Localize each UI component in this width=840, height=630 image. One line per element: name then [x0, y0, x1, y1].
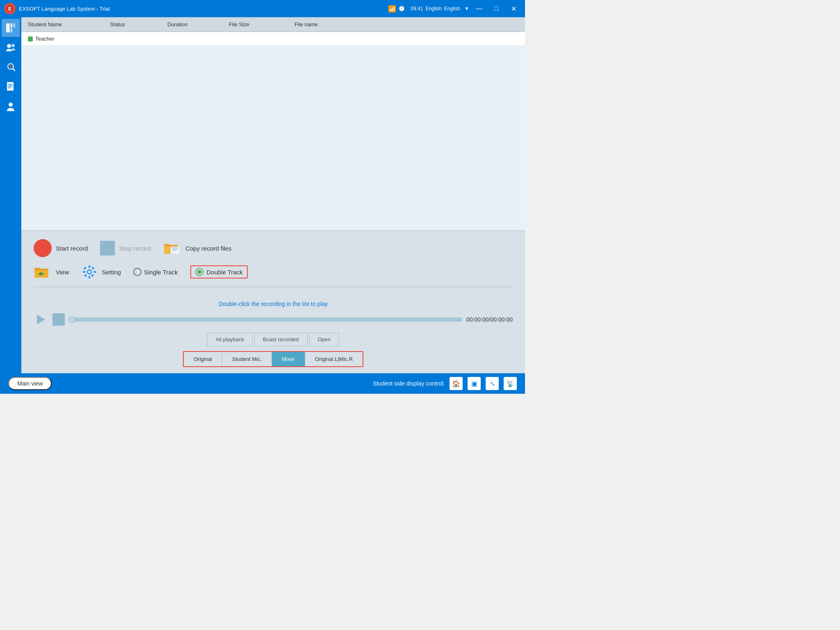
table-empty-area: [21, 46, 525, 128]
sidebar-item-document[interactable]: [2, 78, 20, 96]
svg-rect-36: [84, 274, 87, 277]
clock-icon: 🕐: [399, 6, 405, 11]
svg-rect-2: [6, 23, 10, 32]
double-track-radio[interactable]: [195, 268, 203, 276]
original-lmic-track-button[interactable]: Original.L|Mic.R: [305, 352, 363, 366]
svg-rect-34: [91, 274, 94, 277]
dropdown-icon: ▼: [464, 6, 469, 11]
display-icon-button[interactable]: ▣: [468, 377, 481, 390]
bcast-recorded-button[interactable]: Bcast recorded: [254, 333, 307, 346]
progress-thumb[interactable]: [69, 317, 75, 322]
home-icon-button[interactable]: 🏠: [450, 377, 463, 390]
svg-rect-32: [94, 271, 96, 273]
view-label: View: [56, 269, 69, 276]
mixer-track-button[interactable]: Mixer: [272, 352, 305, 366]
controls-row-2: View: [34, 264, 513, 280]
app-logo: E: [4, 3, 16, 14]
playback-hint: Double-click the recording in the list t…: [34, 297, 513, 312]
single-track-radio[interactable]: [133, 268, 142, 276]
table-body: Teacher: [21, 32, 525, 46]
single-track-label: Single Track: [144, 269, 178, 276]
minimize-button[interactable]: —: [472, 3, 486, 14]
controls-divider: [34, 287, 513, 287]
svg-rect-5: [13, 23, 15, 27]
view-control[interactable]: View: [34, 265, 69, 279]
start-record-label: Start record: [56, 245, 88, 252]
language-label: English: [444, 6, 460, 11]
col-file-size: File Size: [226, 17, 291, 32]
play-button[interactable]: [34, 312, 48, 327]
maximize-button[interactable]: □: [489, 3, 504, 14]
statusbar: Main view Student side display control: …: [0, 373, 525, 394]
single-track-control[interactable]: Single Track: [133, 268, 178, 276]
col-status: Status: [107, 17, 164, 32]
col-file-name: File name: [291, 17, 522, 32]
table-header: Student Name Status Duration File Size F…: [21, 17, 525, 32]
stop-record-label: Stop record: [119, 245, 151, 252]
svg-line-10: [13, 68, 15, 71]
start-record-control[interactable]: Start record: [34, 239, 88, 257]
status-dot-green: [28, 37, 33, 41]
cell-status: [107, 37, 164, 41]
setting-control[interactable]: Setting: [81, 264, 121, 280]
start-record-button[interactable]: [34, 239, 52, 257]
cell-file-size: [226, 37, 291, 41]
cell-file-name: [291, 37, 522, 41]
sidebar-item-users[interactable]: [2, 39, 20, 57]
svg-text:E: E: [8, 6, 11, 12]
original-track-button[interactable]: Original: [184, 352, 222, 366]
content-area: Student Name Status Duration File Size F…: [21, 17, 525, 373]
signal-icon-button[interactable]: 📡: [504, 377, 517, 390]
controls-row-1: Start record Stop record: [34, 239, 513, 257]
stop-record-control[interactable]: Stop record: [100, 241, 151, 256]
view-folder-icon: [34, 265, 52, 279]
language-selector[interactable]: English: [425, 6, 441, 11]
track-buttons: Original Student Mic. Mixer Original.L|M…: [183, 351, 363, 367]
playback-controls: 00:00:00/00:00:00: [34, 312, 513, 327]
svg-rect-4: [11, 28, 12, 32]
titlebar: E EXSOFT Language Lab System - Trial 📶 🕐…: [0, 0, 525, 17]
time-display: 09:41: [411, 6, 423, 11]
student-name-label: Teacher: [35, 36, 54, 42]
table-row[interactable]: Teacher: [21, 32, 525, 46]
svg-point-15: [9, 103, 13, 107]
svg-rect-29: [89, 265, 90, 268]
setting-label: Setting: [102, 269, 121, 276]
close-button[interactable]: ✕: [506, 3, 521, 14]
all-playback-button[interactable]: All playback: [207, 333, 253, 346]
open-button[interactable]: Open: [309, 333, 340, 346]
svg-rect-3: [11, 23, 12, 27]
svg-rect-30: [89, 276, 90, 278]
sidebar-item-monitor[interactable]: [2, 58, 20, 76]
copy-record-label: Copy record files: [185, 245, 232, 252]
playback-buttons: All playback Bcast recorded Open: [34, 333, 513, 346]
svg-point-28: [88, 271, 91, 273]
svg-point-6: [7, 44, 11, 48]
double-track-label: Double Track: [207, 269, 243, 276]
copy-record-control[interactable]: Copy record files: [163, 241, 232, 256]
svg-rect-33: [84, 267, 87, 269]
app-title: EXSOFT Language Lab System - Trial: [19, 6, 388, 12]
svg-rect-18: [164, 244, 170, 247]
svg-rect-26: [34, 268, 40, 270]
svg-rect-31: [83, 271, 85, 273]
double-track-control[interactable]: Double Track: [190, 265, 248, 278]
time-display: 00:00:00/00:00:00: [466, 316, 513, 323]
sidebar-item-grid[interactable]: [2, 19, 20, 37]
main-view-button[interactable]: Main view: [8, 377, 52, 390]
cell-duration: [164, 37, 226, 41]
copy-folder-icon: [163, 241, 181, 256]
sidebar-item-person[interactable]: [2, 98, 20, 116]
stop-record-button[interactable]: [100, 241, 115, 256]
col-duration: Duration: [164, 17, 226, 32]
double-track-radio-inner: [197, 270, 201, 274]
student-mic-track-button[interactable]: Student Mic.: [222, 352, 272, 366]
table-container: Student Name Status Duration File Size F…: [21, 17, 525, 231]
stop-playback-button[interactable]: [52, 313, 65, 326]
titlebar-controls: 📶 🕐 09:41 English English ▼ — □ ✕: [388, 3, 521, 14]
svg-point-9: [9, 65, 12, 68]
network-icon: 📶: [388, 5, 396, 13]
fullscreen-icon-button[interactable]: ⤡: [486, 377, 499, 390]
gear-icon: [81, 264, 98, 280]
progress-bar[interactable]: [69, 317, 462, 322]
